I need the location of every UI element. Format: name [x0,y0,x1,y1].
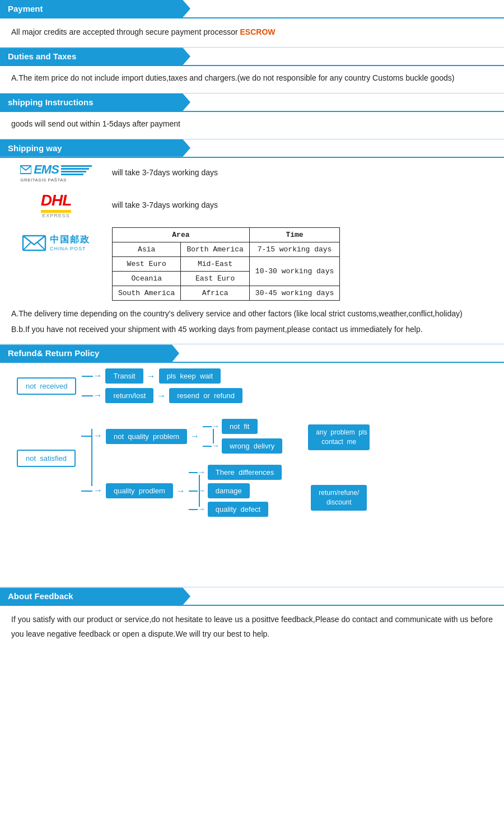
refund-header: Refund& Return Policy [0,344,179,362]
pls-keep-wait-box: pls keep wait [159,368,221,384]
shipping-instructions-title: shipping Instructions [8,97,94,107]
payment-title: Payment [8,4,43,13]
duties-title: Duties and Taxes [8,52,76,61]
dhl-desc: will take 3-7days working days [112,200,218,209]
chinapost-text: 中国邮政 CHINA POST [50,234,90,251]
resend-refund-box: resend or refund [169,388,242,403]
shipping-way-section: Shipping way EMS [0,139,504,344]
shipping-notes: A.The delivery time depending on the cou… [0,305,504,344]
ems-desc: will take 3-7days working days [112,168,218,177]
transit-box: Transit [105,368,143,384]
not-satisfied-flow: not satisfied → not quality problem → [6,419,498,517]
quality-prodlem-box: quality prodlem [106,483,173,498]
shipping-note2: B.b.If you have not received your shipme… [11,323,493,337]
refund-flowchart: not received → Transit → pls keep wait [0,363,504,587]
time-10-30: 10-30 working days [249,256,339,286]
chinapost-icon [22,230,46,256]
duties-header: Duties and Taxes [0,48,190,65]
dhl-text: DHL [41,192,72,209]
area-africa: Africa [181,286,249,300]
area-mid-east: Mid-East [181,256,249,271]
area-south-america: South America [113,286,181,300]
chinapost-row: 中国邮政 CHINA POST Area Time Asia Borth Ame… [0,223,504,305]
ems-sub: GREITASIS PAŠTAS [20,178,67,183]
col-area: Area [113,227,250,242]
transit-branch: → Transit → pls keep wait [82,368,242,384]
ems-row: EMS GREITASIS PAŠTAS will take 3-7days w… [0,158,504,187]
damage-branch: → damage [189,483,282,498]
payment-header: Payment [0,0,190,17]
there-diff-branch: → There differences [189,465,282,480]
quality-defect-branch: → quality defect [189,502,282,517]
chinapost-logo: 中国邮政 CHINA POST [11,227,101,256]
not-received-box: not received [17,377,76,395]
shipping-instructions-header: shipping Instructions [0,94,190,111]
area-time-table: Area Time Asia Borth America 7-15 workin… [112,227,340,301]
any-problem-box: any problem plscontact me [308,424,370,450]
shipping-note1: A.The delivery time depending on the cou… [11,307,493,321]
escrow-label: ESCROW [240,27,276,36]
not-quality-problem-box: not quality problem [106,429,187,444]
feedback-header: About Feedback [0,587,190,605]
shipping-way-header: Shipping way [0,139,190,157]
damage-box: damage [208,483,250,498]
shipping-way-title: Shipping way [8,143,62,153]
right-outcome-col: any problem plscontact me return/refune/… [308,424,370,510]
ems-logo: EMS GREITASIS PAŠTAS [11,162,101,183]
dhl-sub: EXPRESS [42,213,70,218]
area-east-euro: East Euro [181,271,249,286]
payment-section: Payment All major credits are accepted t… [0,0,504,47]
quality-prodlem-branch: → quality prodlem → → There differences [81,465,297,517]
not-fit-box: not fit [222,419,257,434]
return-lost-box: return/lost [105,388,153,403]
there-differences-box: There differences [208,465,282,480]
ems-text: EMS [34,162,59,177]
duties-text: A.The item price do not include import d… [0,66,504,93]
refund-section: Refund& Return Policy not received → Tra… [0,344,504,587]
col-time: Time [249,227,339,242]
time-30-45: 30-45 working days [249,286,339,300]
payment-text: All major credits are accepted through s… [0,18,504,47]
svg-marker-0 [20,166,31,170]
duties-section: Duties and Taxes A.The item price do not… [0,48,504,93]
chinapost-bird-icon [22,230,46,253]
feedback-text: If you satisfy with our product or servi… [0,606,504,648]
not-satisfied-box: not satisfied [17,450,76,467]
area-asia: Asia [113,242,181,256]
time-7-15: 7-15 working days [249,242,339,256]
return-refune-box: return/refune/discount [311,485,367,511]
area-west-euro: West Euro [113,256,181,271]
wrong-delivry-branch: → wrong delivry [203,438,282,454]
feedback-section: About Feedback If you satisfy with our p… [0,587,504,648]
not-fit-branch: → not fit [203,419,282,434]
area-borth-america: Borth America [181,242,249,256]
not-quality-branch: → not quality problem → → not fit [81,419,297,454]
shipping-instructions-text: goods will send out within 1-5days after… [0,112,504,139]
ems-lines [61,165,92,175]
ems-envelope-icon [20,164,31,176]
dhl-logo: DHL EXPRESS [11,192,101,218]
feedback-title: About Feedback [8,591,73,601]
quality-defect-box: quality defect [208,502,268,517]
shipping-instructions-section: shipping Instructions goods will send ou… [0,94,504,139]
dhl-row: DHL EXPRESS will take 3-7days working da… [0,187,504,223]
refund-title: Refund& Return Policy [8,348,99,358]
area-oceania: Oceania [113,271,181,286]
return-lost-branch: → return/lost → resend or refund [82,388,242,403]
wrong-delivry-box: wrong delivry [222,438,282,454]
